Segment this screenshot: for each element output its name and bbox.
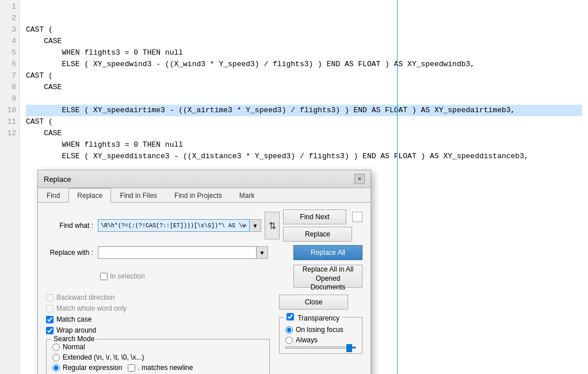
always-row: Always — [285, 336, 356, 344]
right-column: Close Transparency On losing focus — [279, 293, 362, 374]
find-what-label: Find what : — [46, 222, 98, 230]
matches-newline-label: . matches newline — [138, 364, 193, 372]
wrap-around-label: Wrap around — [56, 326, 96, 334]
line-numbers: 123456789101112 — [0, 0, 20, 374]
close-icon[interactable]: × — [354, 174, 365, 184]
code-line: CASE — [26, 128, 582, 139]
search-mode-title: Search Mode — [51, 335, 97, 343]
line-number: 11 — [7, 116, 16, 128]
close-button[interactable]: Close — [279, 295, 348, 310]
line-number: 5 — [12, 47, 16, 59]
always-label: Always — [296, 336, 318, 344]
code-line: ELSE ( XY_speeddistance3 - ((X_distance3… — [26, 151, 582, 162]
replace-all-docs-button[interactable]: Replace All in All Opened Documents — [293, 265, 362, 288]
code-line: CAST ( — [26, 116, 582, 128]
find-next-button[interactable]: Find Next — [283, 209, 346, 224]
line-number: 9 — [12, 93, 16, 105]
code-line: CASE — [26, 82, 582, 93]
line-number: 1 — [12, 1, 16, 13]
dialog-title: Replace — [44, 175, 71, 184]
backward-direction-row: Backward direction — [46, 293, 270, 302]
dialog-tabs: Find Replace Find in Files Find in Proje… — [38, 188, 371, 203]
transparency-label: Transparency — [297, 314, 339, 322]
replace-all-button[interactable]: Replace All — [293, 245, 362, 260]
extended-label: Extended (\n, \r, \t, \0, \x...) — [63, 353, 144, 361]
on-losing-focus-radio[interactable] — [285, 326, 293, 334]
replace-dialog: Replace × Find Replace Find in Files Fin… — [37, 170, 371, 374]
in-selection-label: In selection — [110, 272, 145, 280]
regex-radio[interactable] — [52, 364, 60, 372]
code-line: WHEN flights3 = 0 THEN null — [26, 139, 582, 151]
code-line: WHEN flights3 = 0 THEN null — [26, 47, 582, 59]
replace-with-label: Replace with : — [46, 249, 98, 257]
code-line — [26, 93, 582, 105]
losing-focus-row: On losing focus — [285, 326, 356, 334]
find-next-checkbox[interactable] — [352, 212, 362, 222]
find-input-wrap: ▼ — [98, 219, 261, 232]
regex-radio-row: Regular expression . matches newline — [52, 364, 264, 372]
dialog-titlebar: Replace × — [38, 170, 371, 188]
tab-find[interactable]: Find — [38, 188, 68, 203]
wrap-around-checkbox[interactable] — [46, 327, 54, 334]
line-number: 10 — [7, 105, 16, 116]
code-line: ELSE ( XY_speedairtime3 - ((X_airtime3 *… — [26, 105, 582, 116]
line-number: 8 — [12, 82, 16, 93]
tab-find-in-files[interactable]: Find in Files — [111, 188, 166, 203]
extended-radio[interactable] — [52, 354, 60, 361]
find-dropdown-arrow[interactable]: ▼ — [250, 219, 261, 232]
transparency-checkbox[interactable] — [287, 313, 294, 320]
match-case-checkbox[interactable] — [46, 316, 54, 323]
tab-find-in-projects[interactable]: Find in Projects — [166, 188, 231, 203]
replace-input[interactable] — [98, 246, 257, 259]
line-number: 4 — [12, 36, 16, 47]
left-options: Backward direction Match whole word only… — [46, 293, 270, 374]
newline-check-wrap: . matches newline — [128, 364, 193, 372]
match-whole-word-label: Match whole word only — [56, 304, 127, 312]
code-line: CAST ( — [26, 70, 582, 82]
line-number: 6 — [12, 59, 16, 70]
vertical-cursor-line — [397, 0, 398, 374]
transparency-slider-row — [285, 346, 356, 349]
in-selection-checkbox[interactable] — [100, 273, 108, 280]
line-number: 7 — [12, 70, 16, 82]
code-line: ELSE ( XY_speedwind3 - ((X_wind3 * Y_spe… — [26, 59, 582, 70]
wrap-around-row: Wrap around — [46, 326, 270, 334]
on-losing-focus-label: On losing focus — [296, 326, 343, 334]
backward-direction-checkbox[interactable] — [46, 294, 54, 302]
match-whole-word-checkbox[interactable] — [46, 305, 54, 312]
code-line: CAST ( — [26, 24, 582, 36]
always-radio[interactable] — [285, 337, 293, 344]
transparency-options: On losing focus Always — [285, 326, 356, 349]
replace-input-wrap: ▼ — [98, 246, 268, 259]
line-number: 2 — [12, 13, 16, 24]
replace-button[interactable]: Replace — [283, 227, 352, 242]
normal-label: Normal — [63, 343, 85, 351]
options-area: Backward direction Match whole word only… — [46, 293, 362, 374]
match-case-row: Match case — [46, 315, 270, 323]
code-line: CASE — [26, 36, 582, 47]
dialog-body: Find what : ▼ ⇅ Find Next Replace Replac… — [38, 203, 371, 374]
transparency-title: Transparency — [284, 313, 342, 322]
slider-track — [285, 346, 356, 349]
normal-radio-row: Normal — [52, 343, 264, 351]
match-case-label: Match case — [56, 315, 91, 323]
normal-radio[interactable] — [52, 344, 60, 351]
matches-newline-checkbox[interactable] — [128, 364, 135, 372]
line-number: 3 — [12, 24, 16, 36]
replace-dropdown-arrow[interactable]: ▼ — [257, 246, 268, 259]
regex-label: Regular expression — [63, 364, 122, 372]
backward-direction-label: Backward direction — [56, 293, 114, 302]
tab-mark[interactable]: Mark — [231, 188, 264, 203]
right-action-buttons: Find Next Replace — [283, 209, 362, 242]
swap-button[interactable]: ⇅ — [265, 212, 280, 239]
transparency-group: Transparency On losing focus Always — [279, 317, 362, 354]
tab-replace[interactable]: Replace — [68, 188, 111, 203]
slider-thumb[interactable] — [346, 344, 352, 352]
extended-radio-row: Extended (\n, \r, \t, \0, \x...) — [52, 353, 264, 361]
line-number: 12 — [7, 128, 16, 139]
find-input[interactable] — [98, 219, 250, 232]
replace-all-buttons: Replace All — [293, 245, 362, 260]
search-mode-group: Search Mode Normal Extended (\n, \r, \t,… — [46, 339, 270, 374]
match-whole-word-row: Match whole word only — [46, 304, 270, 312]
